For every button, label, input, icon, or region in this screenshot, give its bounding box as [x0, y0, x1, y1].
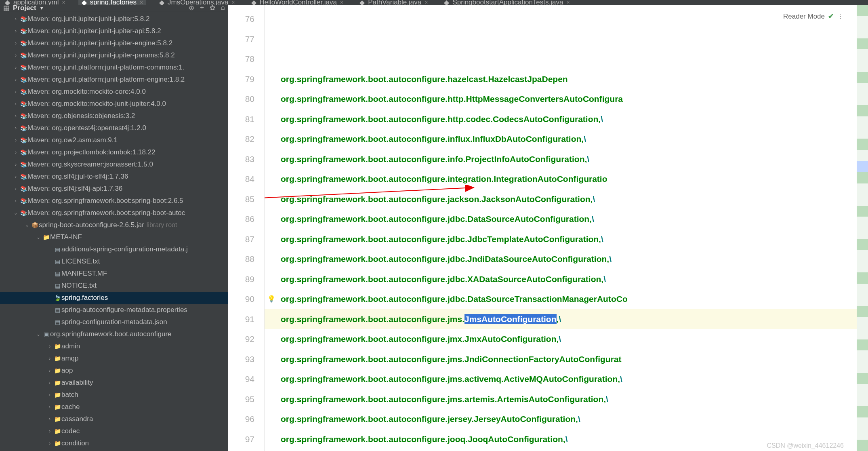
close-icon[interactable]: × [425, 0, 428, 5]
close-icon[interactable]: × [140, 0, 143, 5]
editor-tab[interactable]: ◆PathVariable.java× [356, 0, 431, 5]
chevron-icon[interactable]: › [12, 28, 19, 34]
chevron-icon[interactable]: › [12, 113, 19, 119]
chevron-icon[interactable]: › [12, 125, 19, 131]
chevron-icon[interactable]: › [46, 356, 53, 361]
chevron-icon[interactable]: ⌄ [35, 331, 42, 337]
toolbar-icon[interactable]: ⊕ [189, 4, 194, 12]
code-line[interactable]: org.springframework.boot.autoconfigure.j… [281, 409, 857, 429]
chevron-icon[interactable]: › [12, 186, 19, 192]
tree-row[interactable]: ›📚Maven: org.skyscreamer:jsonassert:1.5.… [0, 158, 228, 171]
close-icon[interactable]: × [231, 0, 235, 5]
tree-row[interactable]: ▤additional-spring-configuration-metadat… [0, 243, 228, 255]
tree-row[interactable]: ›📚Maven: org.junit.platform:junit-platfo… [0, 61, 228, 74]
chevron-icon[interactable]: › [46, 380, 53, 386]
kebab-icon[interactable]: ⋮ [837, 12, 844, 21]
tree-row[interactable]: ›📁availability [0, 377, 228, 389]
tree-row[interactable]: ›📚Maven: org.junit.platform:junit-platfo… [0, 74, 228, 86]
chevron-icon[interactable]: ⌄ [12, 210, 19, 216]
chevron-icon[interactable]: › [46, 440, 53, 446]
code-line[interactable]: org.springframework.boot.autoconfigure.h… [281, 69, 857, 89]
code-line[interactable]: org.springframework.boot.autoconfigure.j… [281, 229, 857, 249]
tree-row[interactable]: ▤spring-autoconfigure-metadata.propertie… [0, 304, 228, 316]
reader-mode-badge[interactable]: Reader Mode ✔ ⋮ [783, 12, 844, 21]
tree-row[interactable]: ›📚Maven: org.objenesis:objenesis:3.2 [0, 110, 228, 122]
chevron-icon[interactable]: › [12, 89, 19, 95]
chevron-icon[interactable]: › [46, 416, 53, 422]
code-line[interactable]: org.springframework.boot.autoconfigure.j… [265, 309, 857, 329]
tree-row[interactable]: ▤MANIFEST.MF [0, 268, 228, 280]
tree-row[interactable]: ⌄▣org.springframework.boot.autoconfigure [0, 328, 228, 340]
editor-tab[interactable]: ◆HelloWorldController.java× [248, 0, 347, 5]
tree-row[interactable]: ▤LICENSE.txt [0, 255, 228, 268]
code-line[interactable]: org.springframework.boot.autoconfigure.h… [281, 89, 857, 109]
code-line[interactable]: org.springframework.boot.autoconfigure.i… [281, 169, 857, 189]
code-line[interactable]: 💡org.springframework.boot.autoconfigure.… [281, 289, 857, 309]
dropdown-icon[interactable]: ▼ [40, 6, 44, 11]
code-line[interactable]: org.springframework.boot.autoconfigure.i… [281, 129, 857, 149]
toolbar-icon[interactable]: ÷ [200, 4, 204, 12]
tree-row[interactable]: ›📚Maven: org.junit.jupiter:junit-jupiter… [0, 37, 228, 49]
tree-row[interactable]: ›📁cassandra [0, 413, 228, 425]
tree-row[interactable]: ›📚Maven: org.slf4j:jul-to-slf4j:1.7.36 [0, 171, 228, 183]
chevron-icon[interactable]: › [46, 392, 53, 398]
tree-row[interactable]: ▤NOTICE.txt [0, 280, 228, 292]
chevron-icon[interactable]: › [12, 101, 19, 107]
chevron-icon[interactable]: › [12, 65, 19, 70]
tree-row[interactable]: ›📚Maven: org.junit.jupiter:junit-jupiter… [0, 13, 228, 25]
chevron-icon[interactable]: › [12, 40, 19, 46]
close-icon[interactable]: × [340, 0, 343, 5]
tree-row[interactable]: ›📚Maven: org.junit.jupiter:junit-jupiter… [0, 49, 228, 61]
code-line[interactable]: org.springframework.boot.autoconfigure.j… [281, 349, 857, 369]
chevron-icon[interactable]: › [12, 16, 19, 22]
toolbar-icon[interactable]: ⌂ [221, 4, 225, 12]
chevron-icon[interactable]: › [46, 404, 53, 410]
tree-row[interactable]: ›📚Maven: org.opentest4j:opentest4j:1.2.0 [0, 122, 228, 134]
tree-row[interactable]: ›📚Maven: org.springframework.boot:spring… [0, 195, 228, 207]
chevron-icon[interactable]: › [12, 162, 19, 167]
close-icon[interactable]: × [566, 0, 570, 5]
code-area[interactable]: org.springframework.boot.autoconfigure.h… [265, 5, 857, 451]
code-line[interactable]: org.springframework.boot.autoconfigure.j… [281, 389, 857, 409]
code-line[interactable]: org.springframework.boot.autoconfigure.j… [281, 329, 857, 349]
tree-row[interactable]: ›📁admin [0, 340, 228, 352]
chevron-icon[interactable]: › [12, 174, 19, 179]
tree-row[interactable]: ⌄📦spring-boot-autoconfigure-2.6.5.jarlib… [0, 219, 228, 231]
toolbar-icon[interactable]: ✿ [210, 4, 215, 12]
tree-row[interactable]: ⌄📁META-INF [0, 231, 228, 243]
tree-row[interactable]: ›📁codec [0, 425, 228, 437]
code-line[interactable]: org.springframework.boot.autoconfigure.j… [281, 209, 857, 229]
chevron-icon[interactable]: › [12, 137, 19, 143]
chevron-icon[interactable]: › [12, 150, 19, 155]
code-line[interactable]: org.springframework.boot.autoconfigure.i… [281, 149, 857, 169]
code-line[interactable]: org.springframework.boot.autoconfigure.j… [281, 269, 857, 289]
tree-row[interactable]: ›📁amqp [0, 352, 228, 365]
code-line[interactable]: org.springframework.boot.autoconfigure.h… [281, 109, 857, 129]
tree-row[interactable]: ›📁cache [0, 401, 228, 413]
chevron-icon[interactable]: › [12, 77, 19, 82]
chevron-icon[interactable]: › [12, 53, 19, 58]
chevron-icon[interactable]: ⌄ [23, 222, 31, 228]
tree-row[interactable]: ›📚Maven: org.ow2.asm:asm:9.1 [0, 134, 228, 146]
intention-bulb-icon[interactable]: 💡 [267, 289, 275, 309]
tree-row[interactable]: ›📚Maven: org.projectlombok:lombok:1.18.2… [0, 146, 228, 158]
chevron-icon[interactable]: › [12, 198, 19, 204]
project-tree[interactable]: ›📚Maven: org.junit.jupiter:junit-jupiter… [0, 11, 228, 451]
tree-row[interactable]: ▤spring-configuration-metadata.json [0, 316, 228, 328]
editor-tab[interactable]: ◆spring.factories× [78, 0, 146, 5]
tree-row[interactable]: ›📚Maven: org.junit.jupiter:junit-jupiter… [0, 25, 228, 37]
editor-tab[interactable]: ◆SpringbootstartApplicationTests.java× [441, 0, 573, 5]
close-icon[interactable]: × [62, 0, 65, 5]
chevron-icon[interactable]: › [46, 428, 53, 434]
tree-row[interactable]: ›📁batch [0, 389, 228, 401]
tree-row[interactable]: ›📁aop [0, 365, 228, 377]
tree-row[interactable]: ›📁condition [0, 437, 228, 449]
code-line[interactable]: org.springframework.boot.autoconfigure.j… [281, 189, 857, 209]
tree-row[interactable]: ›📁context [0, 449, 228, 451]
tree-row[interactable]: ›📚Maven: org.mockito:mockito-core:4.0.0 [0, 86, 228, 98]
chevron-icon[interactable]: ⌄ [35, 234, 42, 240]
code-line[interactable]: org.springframework.boot.autoconfigure.j… [281, 369, 857, 389]
tree-row[interactable]: ›📚Maven: org.slf4j:slf4j-api:1.7.36 [0, 183, 228, 195]
tree-row[interactable]: ⌄📚Maven: org.springframework.boot:spring… [0, 207, 228, 219]
minimap-scrollbar[interactable] [857, 5, 868, 451]
